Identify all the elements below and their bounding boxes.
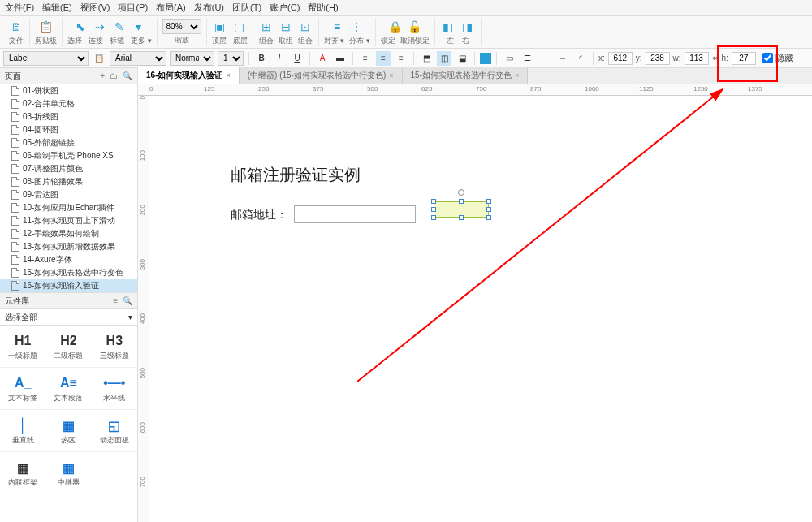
bring-front-icon[interactable]: ▣ <box>212 19 228 35</box>
resize-handle-se[interactable] <box>486 215 491 220</box>
fill-button[interactable] <box>480 53 491 64</box>
canvas-selected-widget[interactable] <box>434 201 489 218</box>
resize-handle-n[interactable] <box>459 199 464 204</box>
connector-icon[interactable]: ⇢ <box>92 19 108 35</box>
page-tree[interactable]: 01-饼状图02-合并单元格03-折线图04-圆环图05-外部超链接06-绘制手… <box>0 84 137 292</box>
page-item[interactable]: 10-如何应用加Echart插件 <box>0 201 137 214</box>
document-tab[interactable]: (中继器) (15-如何实现表格选中行变色)× <box>240 67 403 84</box>
h-input[interactable] <box>732 52 756 65</box>
canvas-heading-widget[interactable]: 邮箱注册验证实例 <box>231 164 361 186</box>
valign-top-button[interactable]: ⬒ <box>419 51 434 66</box>
more-icon[interactable]: ▾ <box>131 19 147 35</box>
page-item[interactable]: 05-外部超链接 <box>0 136 137 149</box>
border-color-button[interactable]: ▭ <box>502 51 516 66</box>
valign-bottom-button[interactable]: ⬓ <box>455 51 469 66</box>
unlock-icon[interactable]: 🔓 <box>407 19 423 35</box>
hide-checkbox[interactable] <box>762 53 773 63</box>
x-input[interactable] <box>608 52 633 65</box>
library-widget[interactable]: H2二级标题 <box>45 326 91 368</box>
tab-close-icon[interactable]: × <box>389 71 393 80</box>
page-item[interactable]: 09-雷达图 <box>0 188 137 201</box>
library-filter-select[interactable]: 选择全部▾ <box>0 309 137 326</box>
weight-select[interactable]: Normal <box>170 51 214 66</box>
menu-project[interactable]: 项目(P) <box>118 2 148 14</box>
add-folder-icon[interactable]: 🗀 <box>110 71 118 80</box>
pointer-icon[interactable]: ⬉ <box>72 19 89 35</box>
resize-handle-w[interactable] <box>431 207 436 212</box>
style-copy-icon[interactable]: 📋 <box>92 51 106 66</box>
corner-radius-button[interactable]: ◜ <box>573 51 588 66</box>
font-select[interactable]: Arial <box>110 51 166 66</box>
send-back-icon[interactable]: ▢ <box>231 19 248 35</box>
page-item[interactable]: 04-圆环图 <box>0 123 137 136</box>
resize-handle-s[interactable] <box>459 215 464 220</box>
regroup-icon[interactable]: ⊡ <box>297 19 313 35</box>
bold-button[interactable]: B <box>254 51 269 66</box>
resize-handle-sw[interactable] <box>431 215 436 220</box>
distribute-icon[interactable]: ⋮ <box>348 19 365 35</box>
library-widget[interactable]: ▦热区 <box>45 410 91 452</box>
library-widget[interactable]: ▦内联框架 <box>0 452 45 494</box>
page-item[interactable]: 07-调整图片颜色 <box>0 162 137 175</box>
ungroup-icon[interactable]: ⊟ <box>278 19 294 35</box>
rotation-handle[interactable] <box>458 189 464 196</box>
stage[interactable]: 0100200300400500600700 邮箱注册验证实例 邮箱地址： <box>138 96 812 522</box>
align-center-button[interactable]: ≡ <box>376 51 391 66</box>
menu-view[interactable]: 视图(V) <box>80 2 110 14</box>
add-page-icon[interactable]: + <box>100 71 105 80</box>
menu-edit[interactable]: 编辑(E) <box>42 2 72 14</box>
library-widget[interactable]: A_文本标签 <box>0 368 45 410</box>
library-widget[interactable]: •—•水平线 <box>92 368 137 410</box>
arrow-style-button[interactable]: → <box>555 51 570 66</box>
underline-button[interactable]: U <box>290 51 304 66</box>
lock-icon[interactable]: 🔒 <box>387 19 404 35</box>
align-right-icon[interactable]: ◨ <box>460 19 476 35</box>
library-widget[interactable]: H3三级标题 <box>92 326 137 368</box>
clipboard-icon[interactable]: 📋 <box>38 19 54 35</box>
page-item[interactable]: 11-如何实现页面上下滑动 <box>0 214 137 227</box>
group-icon[interactable]: ⊞ <box>258 19 274 35</box>
page-item[interactable]: 06-绘制手机壳iPhone XS <box>0 149 137 162</box>
align-icon[interactable]: ≡ <box>329 19 345 35</box>
library-widget[interactable]: │垂直线 <box>0 410 45 452</box>
link-wh-icon[interactable]: ⇔ <box>712 54 719 63</box>
border-width-button[interactable]: ☰ <box>520 51 534 66</box>
page-item[interactable]: 16-如何实现输入验证 <box>0 279 137 292</box>
library-widget[interactable]: ◱动态面板 <box>92 410 137 452</box>
fill-color-button[interactable]: ▬ <box>333 51 348 66</box>
align-left-icon[interactable]: ◧ <box>440 19 456 35</box>
library-search-icon[interactable]: 🔍 <box>123 296 132 305</box>
menu-file[interactable]: 文件(F) <box>5 2 34 14</box>
resize-handle-nw[interactable] <box>431 199 436 204</box>
resize-handle-e[interactable] <box>486 207 491 212</box>
page-item[interactable]: 13-如何实现新增数据效果 <box>0 240 137 253</box>
menu-publish[interactable]: 发布(U) <box>194 2 224 14</box>
menu-team[interactable]: 团队(T) <box>232 2 261 14</box>
new-file-icon[interactable]: 🗎 <box>8 19 24 35</box>
canvas-label-widget[interactable]: 邮箱地址： <box>231 208 287 222</box>
document-tab[interactable]: 16-如何实现输入验证× <box>138 67 240 84</box>
library-widget[interactable]: A≡文本段落 <box>45 368 91 410</box>
size-select[interactable]: 16 <box>218 51 244 66</box>
text-color-button[interactable]: A <box>315 51 330 66</box>
align-left-button[interactable]: ≡ <box>358 51 373 66</box>
pen-icon[interactable]: ✎ <box>111 19 127 35</box>
tab-close-icon[interactable]: × <box>515 71 519 80</box>
tab-close-icon[interactable]: × <box>226 71 230 80</box>
page-item[interactable]: 03-折线图 <box>0 110 137 123</box>
search-icon[interactable]: 🔍 <box>123 71 132 80</box>
page-item[interactable]: 01-饼状图 <box>0 84 137 97</box>
document-tab[interactable]: 15-如何实现表格选中行变色× <box>403 67 529 84</box>
menu-help[interactable]: 帮助(H) <box>308 2 338 14</box>
resize-handle-ne[interactable] <box>486 199 491 204</box>
page-item[interactable]: 14-Axure字体 <box>0 253 137 266</box>
menu-account[interactable]: 账户(C) <box>270 2 300 14</box>
canvas-page[interactable]: 邮箱注册验证实例 邮箱地址： <box>149 96 812 522</box>
canvas-textfield-widget[interactable] <box>294 205 416 223</box>
page-item[interactable]: 12-手绘效果如何绘制 <box>0 227 137 240</box>
page-item[interactable]: 02-合并单元格 <box>0 97 137 110</box>
menu-arrange[interactable]: 布局(A) <box>156 2 186 14</box>
style-select[interactable]: Label <box>3 51 89 66</box>
w-input[interactable] <box>685 52 709 65</box>
border-style-button[interactable]: ┈ <box>538 51 552 66</box>
